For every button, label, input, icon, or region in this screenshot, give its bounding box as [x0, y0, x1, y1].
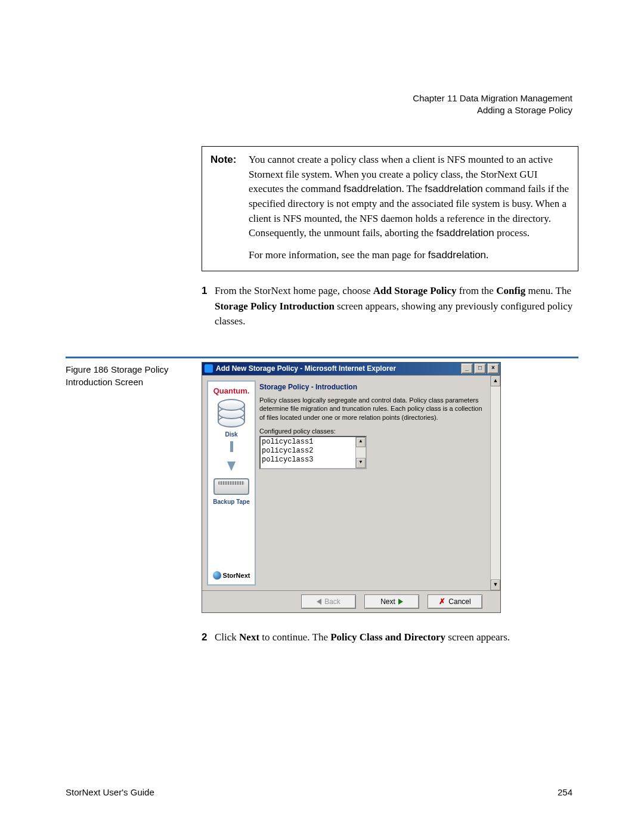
listbox-scrollbar[interactable]: ▲ ▼	[355, 437, 366, 468]
minimize-button[interactable]: _	[461, 363, 473, 374]
maximize-button[interactable]: □	[474, 363, 486, 374]
note-label: Note:	[210, 153, 249, 262]
tape-label: Backup Tape	[213, 498, 250, 505]
panel-description: Policy classes logically segregate and c…	[259, 396, 485, 422]
scroll-up-icon[interactable]: ▲	[356, 437, 366, 447]
note-body: You cannot create a policy class when a …	[249, 153, 569, 262]
wizard-main-panel: Storage Policy - Introduction Policy cla…	[259, 380, 485, 586]
scroll-up-icon[interactable]: ▲	[491, 376, 500, 386]
scroll-down-icon[interactable]: ▼	[491, 580, 500, 590]
step-number: 1	[202, 283, 215, 329]
window-scrollbar[interactable]: ▲ ▼	[490, 376, 500, 590]
step-number: 2	[202, 630, 215, 645]
step-2: 2 Click Next to continue. The Policy Cla…	[202, 630, 578, 645]
cancel-button[interactable]: ✗ Cancel	[428, 594, 482, 609]
chapter-title: Chapter 11 Data Migration Management	[413, 92, 572, 104]
quantum-logo: Quantum.	[213, 386, 250, 395]
triangle-right-icon	[398, 599, 403, 605]
wizard-sidebar: Quantum. Disk Backup Tape	[207, 380, 256, 586]
disk-icon	[218, 399, 245, 428]
footer-guide-title: StorNext User's Guide	[66, 787, 154, 797]
list-item[interactable]: policyclass3	[262, 456, 364, 465]
step-1: 1 From the StorNext home page, choose Ad…	[202, 283, 578, 329]
tape-icon	[213, 478, 249, 495]
note-box: Note: You cannot create a policy class w…	[202, 146, 578, 271]
x-icon: ✗	[439, 597, 445, 606]
section-title: Adding a Storage Policy	[413, 104, 572, 116]
window-title: Add New Storage Policy - Microsoft Inter…	[216, 364, 461, 373]
panel-title: Storage Policy - Introduction	[259, 383, 485, 391]
page-number: 254	[558, 787, 572, 797]
wizard-button-bar: Back Next ✗ Cancel	[202, 590, 500, 612]
ie-icon	[205, 364, 213, 373]
globe-icon	[213, 571, 221, 580]
window-titlebar[interactable]: Add New Storage Policy - Microsoft Inter…	[202, 363, 500, 375]
list-item[interactable]: policyclass2	[262, 447, 364, 456]
next-button[interactable]: Next	[364, 594, 419, 609]
policy-class-listbox[interactable]: policyclass1 policyclass2 policyclass3 ▲…	[259, 436, 367, 469]
page-header: Chapter 11 Data Migration Management Add…	[413, 92, 572, 117]
page-footer: StorNext User's Guide 254	[66, 787, 572, 797]
list-item[interactable]: policyclass1	[262, 438, 364, 447]
arrow-down-icon	[230, 441, 233, 452]
disk-label: Disk	[225, 431, 237, 438]
close-button[interactable]: ×	[487, 363, 499, 374]
scroll-down-icon[interactable]: ▼	[356, 458, 366, 468]
stornext-logo: StorNext	[213, 571, 250, 580]
figure-caption: Figure 186 Storage Policy Introduction S…	[66, 362, 191, 613]
ie-window: Add New Storage Policy - Microsoft Inter…	[202, 362, 501, 613]
back-button[interactable]: Back	[301, 594, 356, 609]
configured-label: Configured policy classes:	[259, 428, 485, 435]
triangle-left-icon	[317, 599, 321, 605]
screenshot-container: Add New Storage Policy - Microsoft Inter…	[202, 362, 578, 613]
